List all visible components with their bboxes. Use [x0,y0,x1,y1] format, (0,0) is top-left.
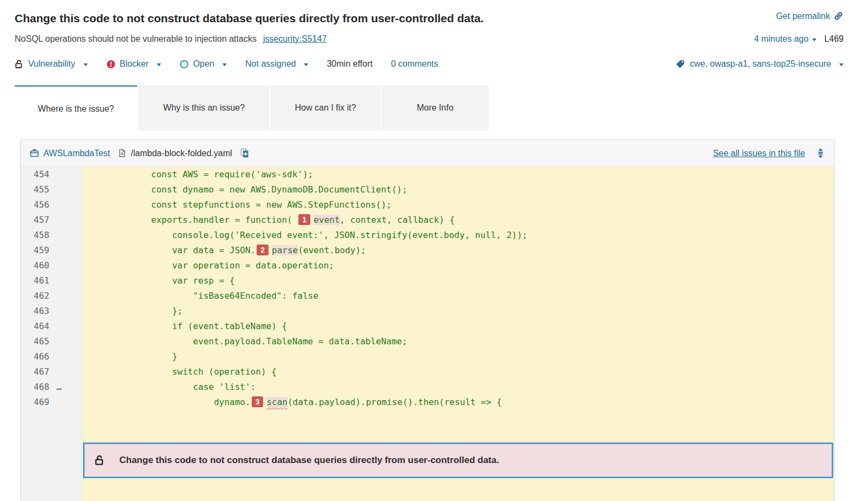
code-line: 455 const dynamo = new AWS.DynamoDB.Docu… [21,182,834,197]
code-line: 458 console.log('Received event:', JSON.… [21,228,834,243]
tab-why-is-this-an-issue[interactable]: Why is this an issue? [138,85,270,131]
line-number[interactable]: 465 [21,334,49,349]
line-number[interactable]: 458 [21,228,49,243]
issue-location-marker[interactable]: 1 [298,214,310,225]
code-lines: 454 const AWS = require('aws-sdk');455 c… [21,167,834,410]
status-dropdown[interactable]: Open [180,59,227,69]
rule-key-link[interactable]: jssecurity:S5147 [263,34,327,44]
code-cell: }; [82,304,834,319]
vulnerability-unlock-icon [94,455,105,466]
issue-location-marker[interactable]: 2 [257,245,269,255]
line-number[interactable]: 461 [21,273,49,288]
gutter-cell: 464 [21,319,82,334]
code-line: 464 if (event.tableName) { [21,319,834,334]
expand-lines-icon[interactable] [816,148,825,158]
code-text: var data = JSON. [88,245,256,255]
line-number[interactable]: 464 [21,319,49,334]
issue-line-reference: L469 [824,34,844,44]
code-cell: "isBase64Encoded": false [82,288,834,304]
gutter-cell [21,410,82,501]
issue-age-label: 4 minutes ago [754,34,809,44]
issue-tabs: Where is the issue? Why is this an issue… [15,85,868,131]
code-cell: const dynamo = new AWS.DynamoDB.Document… [82,182,834,197]
assignee-label: Not assigned [245,59,296,69]
code-cell: exports.handler = function( 1event, cont… [82,213,834,228]
folded-code-ellipsis-icon[interactable]: … [56,380,61,395]
code-text: var operation = data.operation; [88,260,334,271]
gutter-cell: 457 [21,213,82,228]
project-icon [30,149,39,158]
code-cell: if (event.tableName) { [82,319,834,334]
code-line: 454 const AWS = require('aws-sdk'); [21,167,834,182]
issue-age-dropdown[interactable]: 4 minutes ago [754,34,817,44]
effort-label: 30min effort [327,59,372,69]
gutter-cell: 454 [21,167,82,182]
code-text: if (event.tableName) { [88,321,287,331]
code-cell: var data = JSON.2parse(event.body); [82,243,834,258]
line-number[interactable]: 454 [21,167,49,182]
project-link[interactable]: AWSLambdaTest [43,149,110,158]
gutter-cell: 460 [21,258,82,273]
gutter-cell: 459 [21,243,82,258]
line-number[interactable]: 466 [21,349,49,364]
get-permalink-link[interactable]: Get permalink [776,11,844,21]
source-file-header: AWSLambdaTest /lambda-block-folded.yaml … [21,140,834,167]
assignee-dropdown[interactable]: Not assigned [245,59,308,69]
issue-type-dropdown[interactable]: Vulnerability [15,59,88,69]
code-text: scan [266,397,288,407]
chevron-down-icon [304,63,308,66]
line-number[interactable]: 468 [21,380,49,395]
comments-link[interactable]: 0 comments [391,59,438,69]
line-number[interactable]: 459 [21,243,49,258]
issue-location-marker[interactable]: 3 [252,396,264,407]
severity-dropdown[interactable]: Blocker [106,59,161,69]
code-text: event [314,215,340,225]
code-cell: console.log('Received event:', JSON.stri… [82,228,834,243]
severity-label: Blocker [120,59,149,69]
line-number[interactable]: 462 [21,288,49,304]
get-permalink-label: Get permalink [776,11,830,21]
line-number[interactable]: 463 [21,304,49,319]
code-text: dynamo. [88,397,251,407]
code-text: (data.payload).promise().then(result => … [288,397,502,407]
code-text: , context, callback) { [340,215,455,225]
line-number[interactable]: 456 [21,197,49,213]
code-line: 461 var resp = { [21,273,834,288]
code-cell: const stepfunctions = new AWS.StepFuncti… [82,197,834,213]
chevron-down-icon [839,63,844,66]
code-text: "isBase64Encoded": false [88,291,318,301]
code-line: 467 switch (operation) { [21,364,834,380]
open-status-icon [180,60,189,69]
line-number[interactable]: 457 [21,213,49,228]
line-number[interactable]: 469 [21,395,49,410]
line-number[interactable]: 455 [21,182,49,197]
code-text: switch (operation) { [88,367,277,377]
gutter-cell: 467 [21,364,82,380]
code-text: const stepfunctions = new AWS.StepFuncti… [88,200,392,210]
tags-dropdown[interactable]: cwe, owasp-a1, sans-top25-insecure [675,59,844,69]
line-number[interactable]: 467 [21,364,49,380]
tab-more-info[interactable]: More Info [381,85,489,131]
copy-path-icon[interactable] [240,148,250,158]
see-all-issues-link[interactable]: See all issues in this file [713,149,805,158]
file-path: /lambda-block-folded.yaml [131,149,232,158]
code-line: 466 } [21,349,834,364]
gutter-cell: 463 [21,304,82,319]
issue-type-label: Vulnerability [28,59,75,69]
issue-message-text: Change this code to not construct databa… [119,455,499,466]
blocker-severity-icon [106,60,116,69]
code-cell: switch (operation) { [82,364,834,380]
tab-where-is-the-issue[interactable]: Where is the issue? [15,85,137,131]
code-text: event.payload.TableName = data.tableName… [88,336,407,346]
tags-label: cwe, owasp-a1, sans-top25-insecure [690,59,831,69]
line-number[interactable]: 460 [21,258,49,273]
issue-meta-bar: Vulnerability Blocker Open Not assigned … [15,59,844,69]
code-text: const dynamo = new AWS.DynamoDB.Document… [88,184,407,195]
rule-title: NoSQL operations should not be vulnerabl… [15,34,257,44]
tag-icon [675,59,685,69]
tab-how-can-i-fix-it[interactable]: How can I fix it? [271,85,380,131]
issue-message-box[interactable]: Change this code to not construct databa… [83,442,833,478]
code-text: var resp = { [88,275,235,286]
code-line: 463 }; [21,304,834,319]
code-cell: case 'list': [82,380,834,395]
